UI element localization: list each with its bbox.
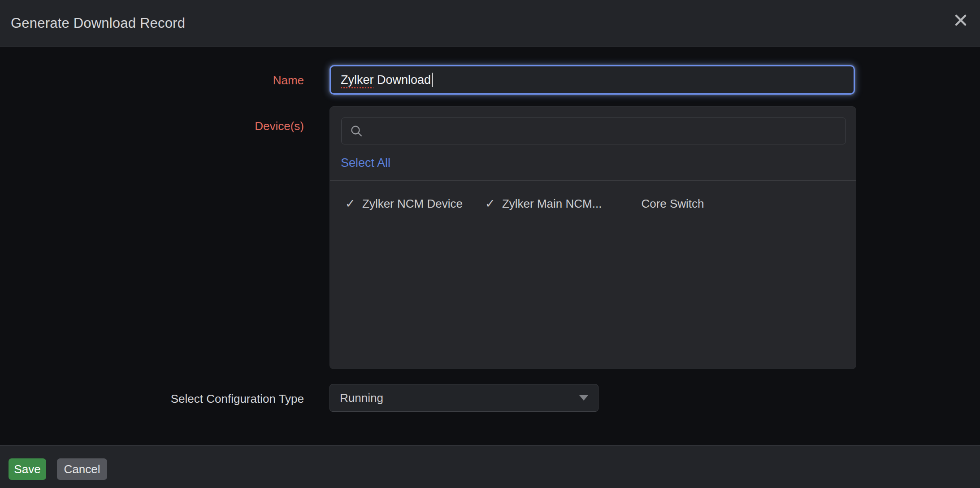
device-search-input[interactable]: [363, 125, 846, 138]
chevron-down-icon: [579, 395, 588, 401]
device-list: ✓Zylker NCM Device✓Zylker Main NCM...✓Co…: [345, 196, 847, 211]
device-item[interactable]: ✓Zylker Main NCM...: [485, 196, 602, 211]
search-icon: [350, 124, 363, 138]
panel-divider: [330, 180, 856, 181]
check-icon: ✓: [485, 196, 498, 211]
close-button[interactable]: [954, 13, 967, 27]
text-cursor: [432, 73, 433, 87]
device-item-label: Zylker NCM Device: [362, 197, 463, 211]
device-item-label: Core Switch: [641, 197, 704, 211]
config-type-dropdown[interactable]: Running: [330, 384, 598, 412]
cancel-button[interactable]: Cancel: [57, 458, 107, 480]
name-input-text-misspelled: Zylker: [341, 73, 374, 87]
name-input-text: Download: [374, 73, 431, 87]
device-item[interactable]: ✓Core Switch: [624, 196, 704, 211]
device-search-box[interactable]: [341, 118, 846, 144]
config-type-label: Select Configuration Type: [125, 392, 304, 405]
device-select-panel: Select All ✓Zylker NCM Device✓Zylker Mai…: [330, 106, 856, 369]
devices-label: Device(s): [125, 119, 304, 133]
close-icon: [954, 13, 967, 27]
device-item-label: Zylker Main NCM...: [502, 197, 602, 211]
device-item[interactable]: ✓Zylker NCM Device: [345, 196, 463, 211]
name-label: Name: [125, 74, 304, 87]
check-icon: ✓: [345, 196, 358, 211]
config-type-value: Running: [340, 391, 579, 405]
name-input[interactable]: Zylker Download: [330, 65, 855, 95]
select-all-link[interactable]: Select All: [341, 156, 390, 170]
save-button[interactable]: Save: [9, 458, 46, 480]
generate-download-record-dialog: Generate Download Record Name Zylker Dow…: [0, 0, 980, 488]
dialog-footer: Save Cancel: [0, 445, 980, 488]
dialog-header: Generate Download Record: [0, 0, 980, 47]
dialog-title: Generate Download Record: [11, 0, 185, 47]
